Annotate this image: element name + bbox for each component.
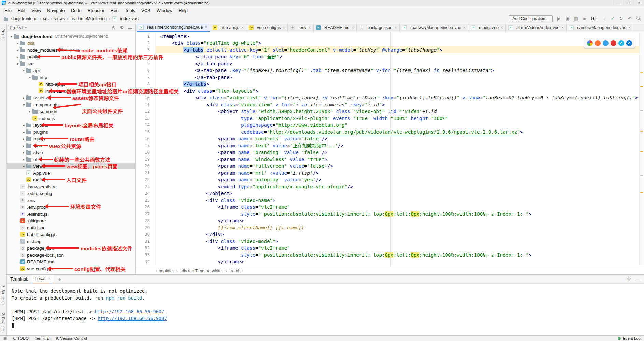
code-text[interactable]: codebase="http://downloads.videolan.org/…	[156, 128, 644, 135]
collapse-arrow-icon[interactable]: ▾	[21, 103, 26, 107]
tool-strip-label[interactable]: 2: Favorites	[1, 313, 5, 332]
tree-item[interactable]: ▸dist	[7, 40, 135, 46]
code-text[interactable]: </a-tab-pane>	[156, 74, 644, 81]
edge-browser-icon[interactable]: e	[626, 40, 632, 46]
line-number[interactable]: 30	[136, 231, 156, 238]
line-number[interactable]: 10	[136, 94, 156, 101]
tree-item[interactable]: ⚙.env	[7, 197, 135, 204]
code-text[interactable]: <param name='autoplay' value='yes'/>	[156, 176, 644, 183]
tree-item[interactable]: G.gitignore	[7, 217, 135, 224]
menu-item-run[interactable]: Run	[108, 6, 122, 14]
tool-windows-icon[interactable]: ▦	[3, 336, 7, 341]
editor-tab[interactable]: VroadwayManage\index.vue×	[400, 23, 468, 32]
expand-arrow-icon[interactable]: ▸	[21, 137, 26, 141]
tree-item[interactable]: ▸node_moduleslibrary root	[7, 46, 135, 53]
breadcrumb-item[interactable]: duoji-frontend	[3, 16, 38, 21]
collapse-arrow-icon[interactable]: ▾	[27, 76, 32, 79]
tree-item[interactable]: E.eslintrc.js	[7, 210, 135, 217]
line-number[interactable]: 5	[136, 60, 156, 67]
editor-tab[interactable]: VrealTimeMonitoring\index.vue×	[137, 23, 210, 32]
line-number[interactable]: 1	[136, 33, 156, 40]
close-tab-icon[interactable]: ×	[501, 25, 503, 30]
tree-item[interactable]: ▾duoji-frontendD:\zheheWeb\duoji-fronten…	[7, 33, 135, 40]
line-number[interactable]: 16	[136, 135, 156, 142]
git-rollback-icon[interactable]: ↶	[627, 16, 632, 21]
tree-item[interactable]: ▸common	[7, 108, 135, 115]
chrome-browser-icon[interactable]	[587, 40, 593, 46]
tree-item[interactable]: ▸views	[7, 163, 135, 169]
line-number[interactable]: 3	[136, 46, 156, 53]
code-text[interactable]: <param name='fullscreen' value='false'/>	[156, 163, 644, 169]
line-number[interactable]: 20	[136, 163, 156, 169]
code-text[interactable]: <a-tab-pane :key="(index+1).toString()" …	[156, 67, 644, 74]
code-text[interactable]: </a-tab-pane>	[156, 60, 644, 67]
menu-item-edit[interactable]: Edit	[15, 6, 28, 14]
line-number[interactable]: 18	[136, 149, 156, 156]
terminal-link[interactable]: http://192.168.66.56:9007	[95, 309, 164, 314]
line-number[interactable]: 31	[136, 238, 156, 245]
stop-icon[interactable]: ■	[582, 16, 587, 21]
code-text[interactable]: {{item.streetName}} {{i.name}}	[156, 224, 644, 231]
breadcrumb-item[interactable]: views	[54, 16, 66, 21]
code-text[interactable]: <div class="flex-layouts">	[156, 87, 644, 94]
coverage-icon[interactable]: ▥	[573, 16, 579, 21]
editor-tab[interactable]: {}package.json×	[357, 23, 400, 32]
tree-item[interactable]: JSbabel.config.js	[7, 231, 135, 238]
line-number[interactable]: 4	[136, 53, 156, 60]
close-tab-icon[interactable]: ×	[205, 25, 207, 30]
minimize-icon[interactable]: —	[613, 0, 624, 6]
expand-arrow-icon[interactable]: ▸	[15, 41, 20, 45]
code-text[interactable]: </a-tabs>	[156, 81, 644, 87]
editor-breadcrumb-item[interactable]: template	[156, 269, 173, 273]
expand-arrow-icon[interactable]: ▸	[15, 48, 20, 52]
code-editor[interactable]: 1<template>2 <div class="realTime bg-whi…	[136, 32, 644, 267]
line-number[interactable]: 21	[136, 169, 156, 176]
scroll-stripe[interactable]	[639, 32, 644, 267]
git-update-icon[interactable]: ↓	[601, 16, 607, 21]
line-number[interactable]: 19	[136, 156, 156, 163]
expand-arrow-icon[interactable]: ▸	[15, 55, 20, 59]
code-text[interactable]: <div class="video-item" v-for="i in item…	[156, 101, 644, 108]
close-tab-icon[interactable]: ×	[395, 25, 397, 30]
tree-item[interactable]: ▸utils	[7, 156, 135, 163]
expand-arrow-icon[interactable]: ▸	[21, 123, 26, 127]
line-number[interactable]: 27	[136, 210, 156, 217]
gear-icon[interactable]: ⚙	[119, 25, 125, 30]
tree-item[interactable]: {}package-lock.json	[7, 251, 135, 258]
safari-browser-icon[interactable]	[603, 40, 609, 46]
menu-item-help[interactable]: Help	[175, 6, 191, 14]
tree-item[interactable]: {}auth.json	[7, 224, 135, 231]
terminal-link[interactable]: http://192.168.66.56:9007	[98, 316, 167, 321]
line-number[interactable]: 26	[136, 204, 156, 210]
code-text[interactable]: <iframe class="vlcIframe"	[156, 204, 644, 210]
hide-icon[interactable]: ▬	[127, 25, 133, 30]
code-text[interactable]: <param name='mrl' :value='i.rtsp'/>	[156, 169, 644, 176]
expand-arrow-icon[interactable]: ▸	[21, 96, 26, 100]
tree-item[interactable]: ▸style	[7, 149, 135, 156]
menu-item-window[interactable]: Window	[154, 6, 175, 14]
collapse-arrow-icon[interactable]: ▾	[15, 62, 20, 66]
expand-arrow-icon[interactable]: ▸	[21, 130, 26, 134]
tree-item[interactable]: ≡.editorconfig	[7, 190, 135, 197]
code-text[interactable]: style=" position:absolute;visibility:inh…	[156, 210, 644, 217]
tree-item[interactable]: ▸layouts	[7, 122, 135, 128]
line-number[interactable]: 9	[136, 87, 156, 94]
search-icon[interactable]	[636, 16, 641, 21]
statusbar-item[interactable]: 6: TODO	[13, 336, 29, 340]
close-tab-icon[interactable]: ×	[628, 25, 631, 30]
statusbar-item[interactable]: 9: Version Control	[56, 336, 87, 340]
close-tab-icon[interactable]: ×	[309, 25, 311, 30]
line-number[interactable]: 13	[136, 115, 156, 122]
terminal-body[interactable]: Note that the development build is not o…	[7, 284, 644, 335]
tree-item[interactable]: JShttp-api.js	[7, 81, 135, 87]
expand-arrow-icon[interactable]: ▸	[21, 158, 26, 161]
tree-item[interactable]: Zdist.zip	[7, 238, 135, 245]
code-text[interactable]: <param name='branding' value='false'/>	[156, 149, 644, 156]
code-text[interactable]: type='application/x-vlc-plugin' events='…	[156, 115, 644, 122]
code-text[interactable]: <div class="video-list" v-for="(item,ind…	[156, 94, 644, 101]
code-text[interactable]: pluginspage="http://www.videolan.org"	[156, 122, 644, 128]
new-terminal-icon[interactable]: +	[57, 276, 63, 282]
editor-tab[interactable]: JSvue.config.js×	[246, 23, 288, 32]
firefox-browser-icon[interactable]	[595, 40, 601, 46]
git-commit-icon[interactable]: ✓	[610, 16, 615, 21]
